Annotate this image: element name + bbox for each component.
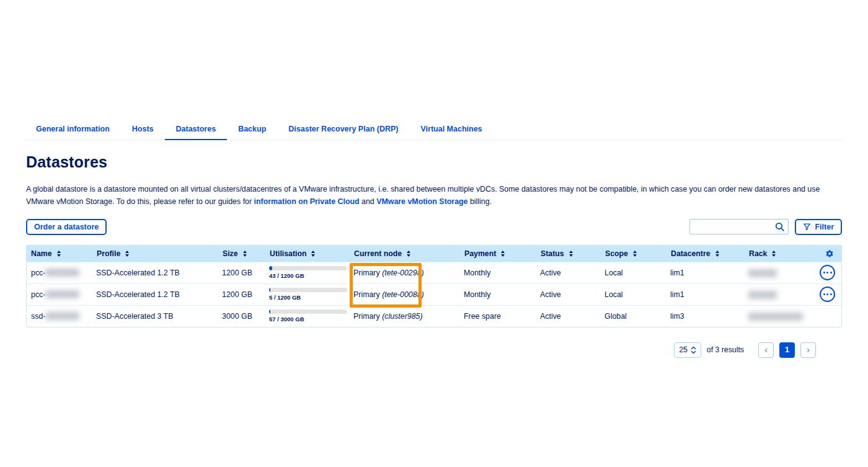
table-row: ssd- SSD-Accelerated 3 TB 3000 GB 57 / 3…	[27, 305, 841, 327]
cell-name: pcc-	[27, 269, 96, 277]
double-chevron-icon	[691, 346, 696, 354]
cell-profile: SSD-Accelerated 3 TB	[96, 312, 222, 321]
sort-icon[interactable]	[772, 251, 776, 257]
cell-name: pcc-	[27, 290, 96, 299]
link-private-cloud[interactable]: information on Private Cloud	[254, 197, 360, 206]
utilisation-bar	[269, 288, 347, 292]
table-row: pcc- SSD-Accelerated 1.2 TB 1200 GB 5 / …	[27, 283, 841, 305]
description-and: and	[360, 197, 377, 206]
cell-scope: Local	[604, 290, 670, 299]
table-header-row: NameProfileSizeUtilisationCurrent nodePa…	[27, 246, 841, 262]
tab-hosts[interactable]: Hosts	[121, 120, 165, 140]
redacted-rack	[748, 313, 803, 321]
next-page-button[interactable]: ›	[800, 342, 816, 358]
cell-scope: Global	[604, 312, 670, 321]
cell-status: Active	[540, 269, 604, 277]
cell-utilisation: 43 / 1200 GB	[269, 266, 353, 279]
filter-label: Filter	[815, 223, 834, 231]
column-header-datacentre[interactable]: Datacentre	[670, 249, 748, 258]
column-header-payment[interactable]: Payment	[464, 249, 540, 258]
page-description: A global datastore is a datastore mounte…	[26, 183, 842, 208]
page-1-button[interactable]: 1	[779, 342, 795, 358]
cell-payment: Monthly	[464, 290, 540, 299]
cell-size: 1200 GB	[222, 290, 269, 299]
prev-page-button[interactable]: ‹	[758, 342, 774, 358]
sort-icon[interactable]	[311, 251, 315, 257]
column-header-scope[interactable]: Scope	[604, 249, 670, 258]
toolbar: Order a datastore Filter	[26, 219, 842, 235]
cell-utilisation: 57 / 3000 GB	[269, 309, 353, 322]
search-icon[interactable]	[774, 221, 785, 232]
sort-icon[interactable]	[243, 251, 247, 257]
redacted-name	[45, 312, 79, 320]
column-header-utilisation[interactable]: Utilisation	[269, 249, 353, 258]
order-datastore-button[interactable]: Order a datastore	[26, 219, 107, 235]
cell-rack	[748, 290, 810, 299]
sort-icon[interactable]	[569, 251, 573, 257]
column-header-name[interactable]: Name	[27, 249, 96, 258]
sort-icon[interactable]	[501, 251, 505, 257]
redacted-rack	[748, 269, 777, 277]
sort-icon[interactable]	[407, 251, 410, 257]
table-settings-button[interactable]	[810, 249, 841, 258]
redacted-rack	[748, 291, 777, 299]
tab-virtual-machines[interactable]: Virtual Machines	[409, 120, 493, 140]
sort-icon[interactable]	[125, 251, 129, 257]
cell-actions	[810, 287, 841, 302]
sort-icon[interactable]	[633, 251, 637, 257]
column-header-current-node[interactable]: Current node	[353, 249, 464, 258]
column-header-size[interactable]: Size	[222, 249, 269, 258]
cell-scope: Local	[604, 269, 670, 277]
cell-current-node: Primary (tete-0029a)	[353, 269, 464, 277]
utilisation-bar	[269, 309, 347, 314]
cell-status: Active	[540, 312, 604, 321]
cell-profile: SSD-Accelerated 1.2 TB	[96, 290, 222, 299]
cell-payment: Free spare	[464, 312, 540, 321]
utilisation-label: 43 / 1200 GB	[269, 272, 353, 279]
cell-datacentre: lim3	[670, 312, 748, 321]
link-vmotion-storage[interactable]: VMware vMotion Storage	[376, 197, 467, 206]
cell-datacentre: lim1	[670, 269, 748, 277]
row-actions-button[interactable]	[820, 287, 835, 302]
column-header-status[interactable]: Status	[540, 249, 604, 258]
utilisation-label: 57 / 3000 GB	[269, 316, 353, 322]
cell-utilisation: 5 / 1200 GB	[269, 288, 353, 301]
ellipsis-icon	[823, 293, 832, 295]
page-size-value: 25	[679, 345, 688, 354]
utilisation-bar	[269, 266, 347, 270]
redacted-name	[45, 269, 79, 277]
cell-profile: SSD-Accelerated 1.2 TB	[96, 269, 222, 277]
cell-current-node: Primary (tete-0008a)	[353, 290, 464, 299]
datastores-page: General informationHostsDatastoresBackup…	[0, 0, 868, 467]
description-suffix: billing.	[468, 197, 492, 206]
cell-rack	[748, 269, 810, 277]
filter-button[interactable]: Filter	[795, 219, 842, 235]
page-title: Datastores	[26, 153, 842, 171]
column-header-rack[interactable]: Rack	[748, 249, 810, 258]
sort-icon[interactable]	[715, 251, 719, 257]
cell-payment: Monthly	[464, 269, 540, 277]
cell-size: 1200 GB	[222, 269, 269, 277]
cell-datacentre: lim1	[670, 290, 748, 299]
cell-current-node: Primary (cluster985)	[353, 312, 464, 321]
search-input[interactable]	[689, 219, 789, 234]
sort-icon[interactable]	[57, 251, 61, 257]
pagination: 25 of 3 results ‹ 1 ›	[26, 342, 816, 358]
tab-backup[interactable]: Backup	[227, 120, 277, 140]
filter-funnel-icon	[803, 223, 811, 231]
results-count: of 3 results	[707, 345, 744, 354]
column-header-profile[interactable]: Profile	[96, 249, 222, 258]
tab-general-information[interactable]: General information	[25, 120, 121, 140]
page-size-select[interactable]: 25	[674, 342, 701, 358]
tab-disaster-recovery-plan-drp[interactable]: Disaster Recovery Plan (DRP)	[277, 120, 409, 140]
row-actions-button[interactable]	[820, 265, 835, 280]
tab-bar: General informationHostsDatastoresBackup…	[25, 120, 843, 140]
cell-name: ssd-	[27, 312, 96, 321]
datastores-table: NameProfileSizeUtilisationCurrent nodePa…	[26, 245, 842, 327]
ellipsis-icon	[823, 272, 832, 274]
search-box	[689, 219, 789, 234]
tab-datastores[interactable]: Datastores	[165, 120, 228, 140]
cell-status: Active	[540, 290, 604, 299]
table-row: pcc- SSD-Accelerated 1.2 TB 1200 GB 43 /…	[27, 262, 841, 283]
gear-icon	[825, 249, 834, 258]
